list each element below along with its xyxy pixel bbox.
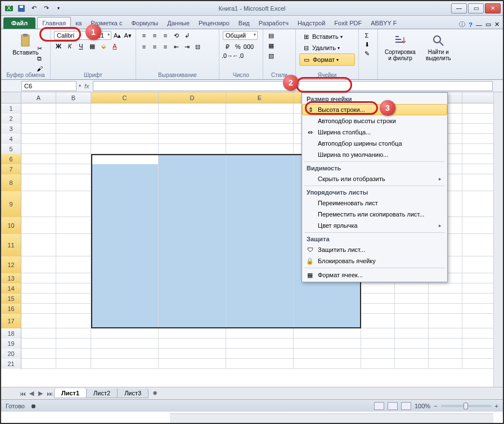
horizontal-scrollbar[interactable] xyxy=(170,413,493,423)
autosum-icon[interactable]: Σ xyxy=(362,31,371,40)
row-header-14[interactable]: 14 xyxy=(1,283,21,294)
cell[interactable] xyxy=(395,294,429,304)
cell[interactable] xyxy=(21,164,56,174)
cell[interactable] xyxy=(91,304,159,314)
increase-indent-icon[interactable]: ⇥ xyxy=(182,42,191,51)
cell[interactable] xyxy=(91,256,159,273)
clear-icon[interactable]: ✎ xyxy=(362,49,371,58)
cell[interactable] xyxy=(159,328,226,339)
number-format-select[interactable]: Общий xyxy=(223,31,258,40)
cell[interactable] xyxy=(21,217,56,234)
cell[interactable] xyxy=(56,304,91,314)
menu-hide-unhide[interactable]: Скрыть или отобразить▸ xyxy=(302,173,447,184)
cell[interactable] xyxy=(91,349,159,359)
decrease-indent-icon[interactable]: ⇤ xyxy=(172,42,181,51)
zoom-slider[interactable] xyxy=(441,405,492,407)
cell[interactable] xyxy=(159,294,226,304)
undo-icon[interactable]: ↶ xyxy=(28,3,39,14)
find-select-button[interactable]: Найти и выделить xyxy=(422,31,454,64)
cell[interactable] xyxy=(21,349,56,359)
cell[interactable] xyxy=(91,314,159,328)
sheet-nav-last-icon[interactable]: ⏭ xyxy=(45,389,54,398)
cell[interactable] xyxy=(56,103,91,114)
cell[interactable] xyxy=(159,154,226,164)
menu-move-copy[interactable]: Переместить или скопировать лист... xyxy=(302,209,447,220)
cell[interactable] xyxy=(395,304,429,314)
col-header-C[interactable]: C xyxy=(91,92,159,103)
cell[interactable] xyxy=(159,314,226,328)
orientation-icon[interactable]: ⟲ xyxy=(172,31,181,40)
cell[interactable] xyxy=(56,294,91,304)
row-header-3[interactable]: 3 xyxy=(1,124,21,134)
cell[interactable] xyxy=(429,339,462,349)
col-header-B[interactable]: B xyxy=(56,92,91,103)
cell[interactable] xyxy=(226,328,294,339)
cell[interactable] xyxy=(226,217,294,234)
cell[interactable] xyxy=(361,349,395,359)
cell[interactable] xyxy=(21,304,56,314)
menu-protect-sheet[interactable]: 🛡 Защитить лист... xyxy=(302,244,447,255)
zoom-in-button[interactable]: + xyxy=(495,403,498,409)
insert-cells-button[interactable]: ⊞Вставить▾ xyxy=(299,31,355,42)
zoom-thumb[interactable] xyxy=(464,403,468,409)
cell[interactable] xyxy=(56,359,91,369)
cell[interactable] xyxy=(226,234,294,256)
cell[interactable] xyxy=(361,283,395,294)
close-button[interactable]: ✕ xyxy=(485,3,501,13)
select-all-corner[interactable] xyxy=(1,92,21,103)
zoom-level[interactable]: 100% xyxy=(415,403,430,409)
row-header-10[interactable]: 10 xyxy=(1,217,21,234)
cell[interactable] xyxy=(395,359,429,369)
cell[interactable] xyxy=(159,273,226,283)
col-header-A[interactable]: A xyxy=(21,92,56,103)
row-header-2[interactable]: 2 xyxy=(1,114,21,124)
cell[interactable] xyxy=(91,144,159,154)
row-header-9[interactable]: 9 xyxy=(1,191,21,217)
cell[interactable] xyxy=(21,103,56,114)
cell[interactable] xyxy=(21,191,56,217)
cell[interactable] xyxy=(226,114,294,124)
name-box[interactable]: C6 xyxy=(21,81,76,91)
cell[interactable] xyxy=(226,349,294,359)
cell[interactable] xyxy=(56,339,91,349)
font-color-icon[interactable]: A xyxy=(110,42,119,51)
row-header-4[interactable]: 4 xyxy=(1,134,21,144)
align-right-icon[interactable]: ≡ xyxy=(161,42,170,51)
cell[interactable] xyxy=(21,234,56,256)
cell[interactable] xyxy=(159,283,226,294)
cell[interactable] xyxy=(56,328,91,339)
cell[interactable] xyxy=(226,164,294,174)
align-left-icon[interactable]: ≡ xyxy=(140,42,148,51)
cell[interactable] xyxy=(294,304,361,314)
shrink-font-icon[interactable]: A▾ xyxy=(123,31,132,40)
menu-col-width[interactable]: ⇔ Ширина столбца... xyxy=(302,127,447,138)
cell[interactable] xyxy=(56,217,91,234)
col-header-E[interactable]: E xyxy=(226,92,294,103)
cell[interactable] xyxy=(294,283,361,294)
cell[interactable] xyxy=(91,164,159,174)
decrease-decimal-icon[interactable]: ←.0 xyxy=(233,51,242,60)
format-cells-button[interactable]: ▭Формат▾ xyxy=(299,53,355,66)
merge-icon[interactable]: ⊟ xyxy=(193,42,202,51)
align-middle-icon[interactable]: ≡ xyxy=(150,31,159,40)
cell[interactable] xyxy=(21,339,56,349)
cell[interactable] xyxy=(21,114,56,124)
cell[interactable] xyxy=(56,273,91,283)
macro-record-icon[interactable]: ⏺ xyxy=(30,403,37,409)
help-icon[interactable]: ? xyxy=(469,21,472,28)
sheet-tab-2[interactable]: Лист2 xyxy=(86,389,118,398)
tab-developer[interactable]: Разработч xyxy=(254,17,293,29)
cell[interactable] xyxy=(159,304,226,314)
cell[interactable] xyxy=(159,339,226,349)
tab-view[interactable]: Вид xyxy=(234,17,254,29)
ribbon-window-min-icon[interactable]: — xyxy=(476,21,482,28)
delete-cells-button[interactable]: ⊟Удалить▾ xyxy=(299,42,355,53)
fx-icon[interactable]: fx xyxy=(81,83,93,89)
cell[interactable] xyxy=(159,144,226,154)
qat-dropdown-icon[interactable]: ▾ xyxy=(53,3,64,14)
cell[interactable] xyxy=(91,273,159,283)
cell[interactable] xyxy=(159,124,226,134)
cell[interactable] xyxy=(226,273,294,283)
tab-review[interactable]: Рецензиро xyxy=(194,17,234,29)
cell[interactable] xyxy=(91,234,159,256)
